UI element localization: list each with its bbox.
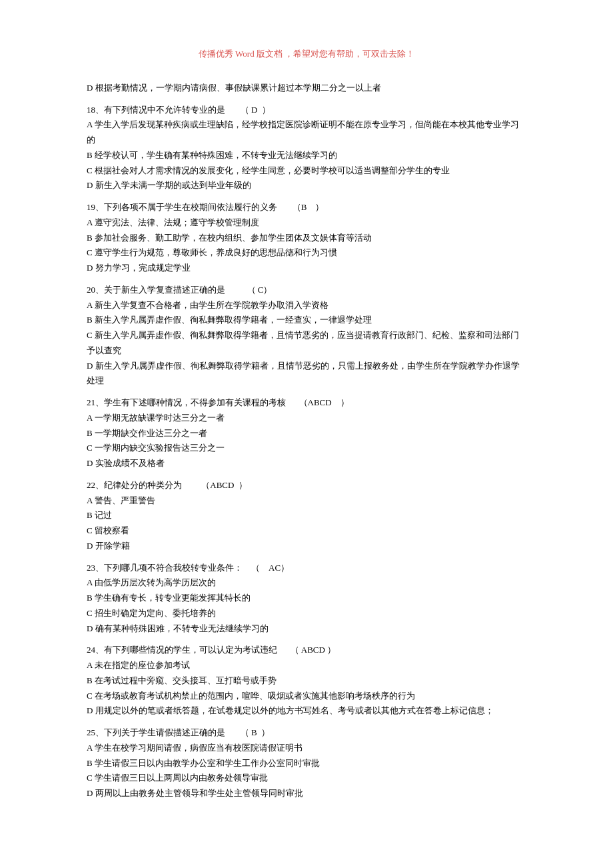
text-line: 25、下列关于学生请假描述正确的是 （ B ） [87, 725, 526, 741]
text-line: C 新生入学凡属弄虚作假、徇私舞弊取得学籍者，且情节恶劣的，应当提请教育行政部门… [87, 328, 526, 359]
text-line: C 学生请假三日以上两周以内由教务处领导审批 [87, 771, 526, 786]
text-line: D 两周以上由教务处主管领导和学生处主管领导同时审批 [87, 786, 526, 801]
text-line: B 学生请假三日以内由教学办公室和学生工作办公室同时审批 [87, 756, 526, 771]
text-line: A 新生入学复查不合格者，由学生所在学院教学办取消入学资格 [87, 298, 526, 313]
text-line [87, 276, 526, 283]
text-line: 21、学生有下述哪种情况，不得参加有关课程的考核 （ABCD ） [87, 395, 526, 411]
text-line [87, 389, 526, 395]
text-line [87, 554, 526, 561]
text-line [87, 96, 526, 103]
text-line: B 经学校认可，学生确有某种特殊困难，不转专业无法继续学习的 [87, 148, 526, 163]
text-line: D 新生入学凡属弄虚作假、徇私舞弊取得学籍者，且情节恶劣的，只需上报教务处，由学… [87, 359, 526, 389]
text-line: 20、关于新生入学复查描述正确的是 （ C） [87, 283, 526, 298]
text-line: B 一学期缺交作业达三分之一者 [87, 426, 526, 441]
text-line: D 开除学籍 [87, 539, 526, 554]
text-line: 19、下列各项不属于学生在校期间依法履行的义务 （B ） [87, 200, 526, 215]
text-line: D 新生入学未满一学期的或达到毕业年级的 [87, 178, 526, 193]
text-line [87, 636, 526, 643]
text-line: 18、有下列情况中不允许转专业的是 （ D ） [87, 103, 526, 118]
text-line: 22、纪律处分的种类分为 （ABCD ） [87, 478, 526, 493]
text-line: D 确有某种特殊困难，不转专业无法继续学习的 [87, 621, 526, 637]
text-line: B 新生入学凡属弄虚作假、徇私舞弊取得学籍者，一经查实，一律退学处理 [87, 313, 526, 328]
text-line: C 留校察看 [87, 523, 526, 539]
text-line: B 参加社会服务、勤工助学，在校内组织、参加学生团体及文娱体育等活动 [87, 231, 526, 246]
text-line: D 实验成绩不及格者 [87, 456, 526, 471]
text-line: C 一学期内缺交实验报告达三分之一 [87, 441, 526, 456]
text-line: D 根据考勤情况，一学期内请病假、事假缺课累计超过本学期二分之一以上者 [87, 81, 526, 96]
text-line: D 努力学习，完成规定学业 [87, 261, 526, 276]
text-line: D 用规定以外的笔或者纸答题，在试卷规定以外的地方书写姓名、考号或者以其他方式在… [87, 703, 526, 719]
text-line: A 未在指定的座位参加考试 [87, 658, 526, 673]
text-line [87, 471, 526, 478]
text-line [87, 719, 526, 725]
text-line: C 在考场或教育考试机构禁止的范围内，喧哗、吸烟或者实施其他影响考场秩序的行为 [87, 689, 526, 704]
header-note: 传播优秀 Word 版文档 ，希望对您有帮助，可双击去除！ [87, 47, 526, 62]
text-line: B 学生确有专长，转专业更能发挥其特长的 [87, 591, 526, 606]
text-line: C 根据社会对人才需求情况的发展变化，经学生同意，必要时学校可以适当调整部分学生… [87, 163, 526, 179]
text-line: C 招生时确定为定向、委托培养的 [87, 606, 526, 621]
text-line: A 警告、严重警告 [87, 493, 526, 509]
document-content: D 根据考勤情况，一学期内请病假、事假缺课累计超过本学期二分之一以上者18、有下… [87, 81, 526, 801]
text-line: 24、有下列哪些情况的学生，可以认定为考试违纪 （ ABCD ） [87, 643, 526, 658]
text-line: B 在考试过程中旁窥、交头接耳、互打暗号或手势 [87, 673, 526, 689]
text-line: 23、下列哪几项不符合我校转专业条件： （ AC） [87, 561, 526, 576]
text-line: A 由低学历层次转为高学历层次的 [87, 575, 526, 591]
text-line: C 遵守学生行为规范，尊敬师长，养成良好的思想品德和行为习惯 [87, 245, 526, 261]
document-page: 传播优秀 Word 版文档 ，希望对您有帮助，可双击去除！ D 根据考勤情况，一… [0, 0, 613, 841]
text-line: A 学生在校学习期间请假，病假应当有校医院请假证明书 [87, 741, 526, 756]
text-line: A 学生入学后发现某种疾病或生理缺陷，经学校指定医院诊断证明不能在原专业学习，但… [87, 117, 526, 148]
text-line: A 一学期无故缺课学时达三分之一者 [87, 411, 526, 426]
text-line: A 遵守宪法、法律、法规；遵守学校管理制度 [87, 215, 526, 231]
text-line: B 记过 [87, 508, 526, 523]
text-line [87, 193, 526, 200]
